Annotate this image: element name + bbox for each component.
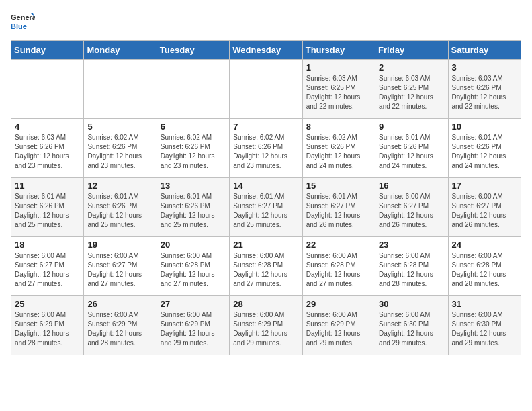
day-number: 8 — [306, 122, 371, 132]
day-cell: 20Sunrise: 6:00 AM Sunset: 6:28 PM Dayli… — [157, 237, 229, 296]
day-cell: 1Sunrise: 6:03 AM Sunset: 6:25 PM Daylig… — [302, 60, 375, 119]
svg-text:General: General — [11, 13, 35, 21]
day-number: 1 — [306, 62, 371, 73]
day-info: Sunrise: 6:01 AM Sunset: 6:26 PM Dayligh… — [379, 133, 444, 171]
day-number: 25 — [15, 299, 80, 309]
day-cell: 25Sunrise: 6:00 AM Sunset: 6:29 PM Dayli… — [11, 296, 84, 355]
day-info: Sunrise: 6:03 AM Sunset: 6:25 PM Dayligh… — [306, 74, 371, 111]
day-number: 15 — [306, 181, 371, 191]
day-info: Sunrise: 6:03 AM Sunset: 6:25 PM Dayligh… — [379, 74, 444, 111]
day-info: Sunrise: 6:03 AM Sunset: 6:26 PM Dayligh… — [15, 133, 80, 171]
day-cell: 19Sunrise: 6:00 AM Sunset: 6:27 PM Dayli… — [84, 237, 157, 296]
day-cell: 27Sunrise: 6:00 AM Sunset: 6:29 PM Dayli… — [157, 296, 229, 355]
day-number: 18 — [15, 240, 80, 250]
day-info: Sunrise: 6:00 AM Sunset: 6:28 PM Dayligh… — [161, 251, 226, 289]
day-cell: 2Sunrise: 6:03 AM Sunset: 6:25 PM Daylig… — [375, 60, 448, 119]
logo: General Blue — [11, 11, 35, 35]
day-number: 9 — [379, 122, 444, 132]
day-cell: 28Sunrise: 6:00 AM Sunset: 6:29 PM Dayli… — [230, 296, 302, 355]
day-cell: 14Sunrise: 6:01 AM Sunset: 6:27 PM Dayli… — [230, 178, 302, 237]
week-row-4: 18Sunrise: 6:00 AM Sunset: 6:27 PM Dayli… — [11, 237, 521, 296]
day-info: Sunrise: 6:01 AM Sunset: 6:26 PM Dayligh… — [161, 192, 226, 230]
day-number: 5 — [87, 122, 152, 132]
day-number: 10 — [452, 122, 517, 132]
day-info: Sunrise: 6:00 AM Sunset: 6:28 PM Dayligh… — [379, 251, 444, 289]
day-number: 16 — [379, 181, 444, 191]
day-info: Sunrise: 6:00 AM Sunset: 6:27 PM Dayligh… — [87, 251, 152, 289]
day-cell: 3Sunrise: 6:03 AM Sunset: 6:26 PM Daylig… — [448, 60, 521, 119]
day-info: Sunrise: 6:01 AM Sunset: 6:26 PM Dayligh… — [452, 133, 517, 171]
day-info: Sunrise: 6:01 AM Sunset: 6:26 PM Dayligh… — [87, 192, 152, 230]
week-row-3: 11Sunrise: 6:01 AM Sunset: 6:26 PM Dayli… — [11, 178, 521, 237]
day-number: 13 — [161, 181, 226, 191]
day-cell: 9Sunrise: 6:01 AM Sunset: 6:26 PM Daylig… — [375, 119, 448, 178]
day-number: 27 — [161, 299, 226, 309]
col-header-thursday: Thursday — [302, 41, 375, 60]
day-number: 12 — [87, 181, 152, 191]
day-number: 26 — [87, 299, 152, 309]
day-info: Sunrise: 6:00 AM Sunset: 6:27 PM Dayligh… — [452, 192, 517, 230]
day-cell: 15Sunrise: 6:01 AM Sunset: 6:27 PM Dayli… — [302, 178, 375, 237]
day-number: 22 — [306, 240, 371, 250]
day-info: Sunrise: 6:00 AM Sunset: 6:27 PM Dayligh… — [379, 192, 444, 230]
week-row-5: 25Sunrise: 6:00 AM Sunset: 6:29 PM Dayli… — [11, 296, 521, 355]
day-number: 11 — [15, 181, 80, 191]
day-number: 14 — [233, 181, 298, 191]
day-info: Sunrise: 6:00 AM Sunset: 6:30 PM Dayligh… — [379, 310, 444, 348]
day-number: 29 — [306, 299, 371, 309]
day-info: Sunrise: 6:00 AM Sunset: 6:30 PM Dayligh… — [452, 310, 517, 348]
day-cell: 6Sunrise: 6:02 AM Sunset: 6:26 PM Daylig… — [157, 119, 229, 178]
col-header-tuesday: Tuesday — [157, 41, 229, 60]
day-cell: 4Sunrise: 6:03 AM Sunset: 6:26 PM Daylig… — [11, 119, 84, 178]
col-header-monday: Monday — [84, 41, 157, 60]
day-info: Sunrise: 6:00 AM Sunset: 6:29 PM Dayligh… — [233, 310, 298, 348]
day-info: Sunrise: 6:00 AM Sunset: 6:28 PM Dayligh… — [306, 251, 371, 289]
day-cell: 26Sunrise: 6:00 AM Sunset: 6:29 PM Dayli… — [84, 296, 157, 355]
day-cell: 10Sunrise: 6:01 AM Sunset: 6:26 PM Dayli… — [448, 119, 521, 178]
day-number: 23 — [379, 240, 444, 250]
day-info: Sunrise: 6:02 AM Sunset: 6:26 PM Dayligh… — [306, 133, 371, 171]
day-info: Sunrise: 6:03 AM Sunset: 6:26 PM Dayligh… — [452, 74, 517, 111]
day-cell — [157, 60, 229, 119]
day-cell: 12Sunrise: 6:01 AM Sunset: 6:26 PM Dayli… — [84, 178, 157, 237]
day-cell: 8Sunrise: 6:02 AM Sunset: 6:26 PM Daylig… — [302, 119, 375, 178]
day-info: Sunrise: 6:00 AM Sunset: 6:29 PM Dayligh… — [15, 310, 80, 348]
day-number: 19 — [87, 240, 152, 250]
day-number: 30 — [379, 299, 444, 309]
day-number: 3 — [452, 62, 517, 73]
day-number: 21 — [233, 240, 298, 250]
header: General Blue — [11, 11, 521, 35]
day-info: Sunrise: 6:00 AM Sunset: 6:28 PM Dayligh… — [452, 251, 517, 289]
day-cell: 24Sunrise: 6:00 AM Sunset: 6:28 PM Dayli… — [448, 237, 521, 296]
week-row-1: 1Sunrise: 6:03 AM Sunset: 6:25 PM Daylig… — [11, 60, 521, 119]
day-number: 7 — [233, 122, 298, 132]
day-cell: 7Sunrise: 6:02 AM Sunset: 6:26 PM Daylig… — [230, 119, 302, 178]
day-cell: 11Sunrise: 6:01 AM Sunset: 6:26 PM Dayli… — [11, 178, 84, 237]
day-info: Sunrise: 6:02 AM Sunset: 6:26 PM Dayligh… — [233, 133, 298, 171]
day-cell: 18Sunrise: 6:00 AM Sunset: 6:27 PM Dayli… — [11, 237, 84, 296]
col-header-friday: Friday — [375, 41, 448, 60]
day-info: Sunrise: 6:00 AM Sunset: 6:29 PM Dayligh… — [87, 310, 152, 348]
col-header-wednesday: Wednesday — [230, 41, 302, 60]
day-cell: 30Sunrise: 6:00 AM Sunset: 6:30 PM Dayli… — [375, 296, 448, 355]
day-number: 20 — [161, 240, 226, 250]
day-number: 24 — [452, 240, 517, 250]
day-number: 6 — [161, 122, 226, 132]
svg-text:Blue: Blue — [11, 22, 27, 30]
day-info: Sunrise: 6:02 AM Sunset: 6:26 PM Dayligh… — [87, 133, 152, 171]
day-number: 28 — [233, 299, 298, 309]
day-cell: 22Sunrise: 6:00 AM Sunset: 6:28 PM Dayli… — [302, 237, 375, 296]
day-info: Sunrise: 6:01 AM Sunset: 6:27 PM Dayligh… — [233, 192, 298, 230]
day-number: 2 — [379, 62, 444, 73]
day-cell: 16Sunrise: 6:00 AM Sunset: 6:27 PM Dayli… — [375, 178, 448, 237]
day-cell — [11, 60, 84, 119]
day-info: Sunrise: 6:01 AM Sunset: 6:26 PM Dayligh… — [15, 192, 80, 230]
day-number: 4 — [15, 122, 80, 132]
day-cell: 13Sunrise: 6:01 AM Sunset: 6:26 PM Dayli… — [157, 178, 229, 237]
day-info: Sunrise: 6:00 AM Sunset: 6:27 PM Dayligh… — [15, 251, 80, 289]
day-info: Sunrise: 6:00 AM Sunset: 6:29 PM Dayligh… — [161, 310, 226, 348]
day-info: Sunrise: 6:02 AM Sunset: 6:26 PM Dayligh… — [161, 133, 226, 171]
day-info: Sunrise: 6:00 AM Sunset: 6:28 PM Dayligh… — [233, 251, 298, 289]
day-cell: 31Sunrise: 6:00 AM Sunset: 6:30 PM Dayli… — [448, 296, 521, 355]
day-cell: 23Sunrise: 6:00 AM Sunset: 6:28 PM Dayli… — [375, 237, 448, 296]
